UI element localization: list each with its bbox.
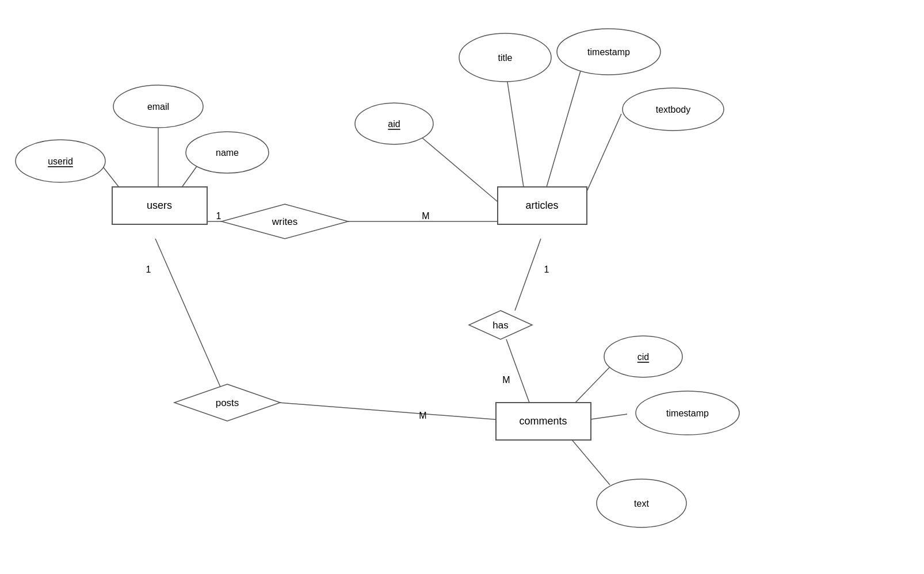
attr-email-label: email: [147, 102, 169, 112]
entity-users-label: users: [147, 200, 172, 211]
line-timestamp-articles: [547, 69, 581, 187]
attr-aid-label: aid: [388, 119, 400, 129]
line-aid-articles: [414, 131, 501, 204]
line-articles-has: [515, 239, 541, 311]
card-users-posts-1: 1: [146, 265, 151, 274]
card-articles-has-1: 1: [544, 265, 549, 274]
line-text-comments: [570, 437, 610, 485]
attr-name-label: name: [216, 148, 239, 158]
rel-has-label: has: [492, 320, 508, 331]
attr-text-label: text: [634, 499, 649, 508]
attr-textbody-label: textbody: [656, 105, 690, 114]
line-cid-comments: [575, 367, 610, 403]
line-posts-comments: [279, 403, 501, 420]
card-comments-posts-m: M: [419, 411, 426, 420]
attr-timestamp-comments-label: timestamp: [666, 408, 709, 418]
entity-comments-label: comments: [519, 415, 567, 427]
card-users-writes-1: 1: [216, 211, 222, 221]
er-diagram: userid email name aid title timestamp te…: [0, 0, 924, 574]
attr-cid-label: cid: [637, 352, 649, 362]
line-title-articles: [506, 75, 524, 187]
entity-articles-label: articles: [525, 200, 558, 211]
attr-title-label: title: [498, 53, 513, 63]
attr-userid-label: userid: [48, 156, 73, 166]
attr-timestamp-articles-label: timestamp: [587, 47, 630, 57]
rel-writes-label: writes: [272, 216, 297, 227]
card-comments-has-m: M: [502, 375, 510, 385]
line-has-comments: [506, 339, 529, 403]
card-articles-writes-m: M: [422, 211, 429, 221]
line-timestamp-comments: [587, 414, 627, 420]
rel-posts-label: posts: [216, 397, 239, 408]
line-users-posts: [155, 239, 227, 403]
